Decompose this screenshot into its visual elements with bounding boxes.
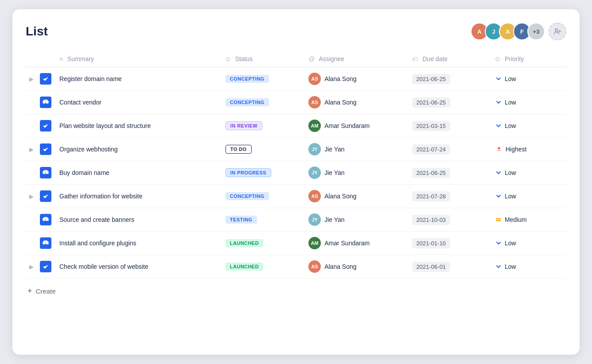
low-priority-icon bbox=[495, 169, 502, 176]
col-priority: ⊙ Priority bbox=[490, 51, 566, 67]
priority-cell: Low bbox=[495, 99, 561, 106]
row-due-date: 2021-03-15 bbox=[407, 114, 490, 138]
row-assignee: JY Jie Yan bbox=[303, 161, 406, 185]
row-status[interactable]: CONCEPTING bbox=[220, 185, 303, 208]
row-summary: Plan website layout and structure bbox=[54, 114, 220, 138]
table-body: ▶ Register domain nameCONCEPTING AS Alan… bbox=[26, 67, 566, 279]
avatar-more[interactable]: +3 bbox=[527, 23, 545, 40]
due-date-badge: 2021-03-15 bbox=[412, 121, 451, 131]
priority-label: Low bbox=[505, 240, 516, 247]
low-priority-icon bbox=[495, 263, 502, 270]
table-row[interactable]: Contact vendorCONCEPTING AS Alana Song 2… bbox=[26, 91, 566, 114]
col-summary: ≡ Summary bbox=[54, 51, 220, 67]
table-row[interactable]: ▶ Register domain nameCONCEPTING AS Alan… bbox=[26, 67, 566, 91]
svg-rect-4 bbox=[46, 171, 48, 174]
row-expand-cell bbox=[26, 232, 38, 255]
priority-label: Low bbox=[505, 193, 516, 200]
expand-button[interactable]: ▶ bbox=[27, 75, 35, 83]
avatar-group: A J A F +3 bbox=[471, 23, 566, 40]
row-summary: Organize webhosting bbox=[54, 138, 220, 161]
status-badge[interactable]: TESTING bbox=[226, 216, 257, 224]
row-priority: Low bbox=[490, 67, 566, 91]
svg-rect-9 bbox=[43, 242, 45, 244]
assignee-name: Alana Song bbox=[324, 263, 356, 270]
assignee-name: Jie Yan bbox=[324, 216, 344, 223]
due-date-badge: 2021-06-25 bbox=[412, 97, 451, 108]
row-status[interactable]: CONCEPTING bbox=[220, 91, 303, 114]
row-icon-cell bbox=[38, 114, 54, 138]
priority-col-icon: ⊙ bbox=[495, 55, 500, 62]
status-badge[interactable]: CONCEPTING bbox=[226, 98, 269, 106]
status-badge[interactable]: LAUNCHED bbox=[226, 263, 263, 271]
assignee-avatar: JY bbox=[308, 167, 321, 179]
row-status[interactable]: LAUNCHED bbox=[220, 232, 303, 255]
row-assignee: AS Alana Song bbox=[303, 255, 406, 279]
assignee-avatar: JY bbox=[308, 143, 321, 155]
status-badge[interactable]: IN REVIEW bbox=[226, 121, 262, 130]
row-due-date: 2021-06-01 bbox=[407, 255, 490, 279]
due-date-badge: 2021-07-28 bbox=[412, 191, 451, 201]
status-badge[interactable]: IN PROGRESS bbox=[226, 168, 271, 177]
priority-cell: Highest bbox=[495, 146, 561, 153]
row-status[interactable]: IN REVIEW bbox=[220, 114, 303, 138]
assignee-cell: AM Amar Sundaram bbox=[308, 120, 401, 132]
priority-label: Low bbox=[505, 99, 516, 106]
table-row[interactable]: ▶ Check mobile version of websiteLAUNCHE… bbox=[26, 255, 566, 279]
status-badge[interactable]: CONCEPTING bbox=[226, 192, 269, 200]
row-assignee: AM Amar Sundaram bbox=[303, 232, 406, 255]
row-expand-cell: ▶ bbox=[26, 138, 38, 161]
plus-icon: + bbox=[27, 287, 32, 296]
assignee-avatar: AS bbox=[308, 260, 321, 273]
table-row[interactable]: ▶ Gather information for websiteCONCEPTI… bbox=[26, 185, 566, 208]
assignee-avatar: AS bbox=[308, 73, 321, 85]
task-icon-check bbox=[40, 120, 51, 132]
avatar-add-button[interactable] bbox=[549, 23, 566, 40]
col-status: ⊙ Status bbox=[220, 51, 303, 67]
priority-label: Low bbox=[505, 169, 516, 176]
assignee-cell: AS Alana Song bbox=[308, 190, 401, 202]
assignee-name: Alana Song bbox=[324, 99, 356, 106]
due-date-badge: 2021-06-25 bbox=[412, 74, 451, 84]
task-table: ≡ Summary ⊙ Status @ Assignee 🏷 Due date… bbox=[26, 51, 566, 279]
row-status[interactable]: CONCEPTING bbox=[220, 67, 303, 91]
low-priority-icon bbox=[495, 122, 502, 129]
row-status[interactable]: LAUNCHED bbox=[220, 255, 303, 279]
table-row[interactable]: Source and create bannersTESTING JY Jie … bbox=[26, 208, 566, 232]
svg-point-0 bbox=[555, 29, 558, 31]
row-priority: Low bbox=[490, 232, 566, 255]
status-badge[interactable]: LAUNCHED bbox=[226, 239, 263, 247]
table-row[interactable]: Plan website layout and structureIN REVI… bbox=[26, 114, 566, 138]
table-row[interactable]: Install and configure pluginsLAUNCHED AM… bbox=[26, 232, 566, 255]
priority-cell: Low bbox=[495, 193, 561, 200]
assignee-avatar: AM bbox=[308, 237, 321, 249]
table-row[interactable]: ▶ Organize webhostingTO DO JY Jie Yan 20… bbox=[26, 138, 566, 161]
create-row[interactable]: + Create bbox=[26, 279, 566, 298]
row-expand-cell bbox=[26, 114, 38, 138]
row-assignee: JY Jie Yan bbox=[303, 208, 406, 232]
row-icon-cell bbox=[38, 161, 54, 185]
col-assignee: @ Assignee bbox=[303, 51, 406, 67]
main-card: List A J A F +3 bbox=[12, 9, 580, 355]
highest-priority-icon bbox=[495, 146, 503, 153]
assignee-cell: AS Alana Song bbox=[308, 260, 401, 273]
expand-button[interactable]: ▶ bbox=[27, 192, 35, 201]
row-status[interactable]: TESTING bbox=[220, 208, 303, 232]
expand-button[interactable]: ▶ bbox=[27, 263, 35, 271]
row-expand-cell bbox=[26, 91, 38, 114]
row-icon-cell bbox=[38, 138, 54, 161]
priority-label: Low bbox=[505, 122, 516, 129]
assignee-cell: AM Amar Sundaram bbox=[308, 237, 401, 249]
row-status[interactable]: IN PROGRESS bbox=[220, 161, 303, 185]
row-status[interactable]: TO DO bbox=[220, 138, 303, 161]
row-icon-cell bbox=[38, 255, 54, 279]
col-icon bbox=[38, 51, 54, 67]
low-priority-icon bbox=[495, 193, 502, 200]
table-row[interactable]: Buy domain nameIN PROGRESS JY Jie Yan 20… bbox=[26, 161, 566, 185]
expand-button[interactable]: ▶ bbox=[27, 145, 35, 154]
medium-priority-icon bbox=[495, 216, 502, 223]
status-badge[interactable]: CONCEPTING bbox=[226, 75, 269, 83]
priority-cell: Low bbox=[495, 240, 561, 247]
status-badge[interactable]: TO DO bbox=[226, 145, 252, 154]
assignee-name: Alana Song bbox=[324, 75, 356, 82]
row-expand-cell: ▶ bbox=[26, 67, 38, 91]
